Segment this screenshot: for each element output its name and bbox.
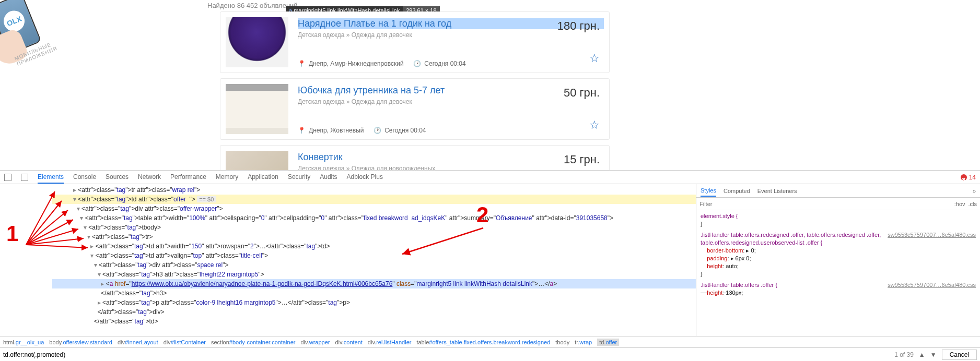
dom-line[interactable]: ▸ <attr">class="tag">p attr">class="colo… <box>52 298 696 307</box>
styles-tab[interactable]: Event Listeners <box>757 188 797 194</box>
devtools-tab[interactable]: Audits <box>320 171 337 184</box>
find-bar: 1 of 39 ▲ ▼ Cancel <box>0 347 980 361</box>
css-rules[interactable]: element.style {}sw9553c57597007…6e5af480… <box>696 210 980 336</box>
dom-line[interactable]: ▾ <attr">class="tag">td attr">valign="to… <box>52 251 696 260</box>
listing-meta: 📍Днепр, Амур-Нижнеднепровский 🕑Сегодня 0… <box>298 60 604 67</box>
styles-tab[interactable]: Computed <box>724 188 750 194</box>
styles-tabs: StylesComputedEvent Listeners» <box>696 184 980 198</box>
dom-line[interactable]: </attr">class="tag">td> <box>52 317 696 326</box>
device-toggle-icon[interactable] <box>21 174 28 181</box>
breadcrumb-item[interactable]: section#body-container.container <box>211 339 295 345</box>
devtools-tab[interactable]: Elements <box>38 171 64 184</box>
css-rule[interactable]: element.style {} <box>701 212 976 228</box>
cls-toggle[interactable]: .cls <box>969 201 977 207</box>
listing-card[interactable]: Юбочка для утренника на 5-7 лет Детская … <box>220 78 610 140</box>
listing-title-link[interactable]: Юбочка для утренника на 5-7 лет <box>298 85 604 96</box>
dom-line[interactable]: ▸ <attr">class="tag">td attr">width="150… <box>52 242 696 251</box>
pin-icon: 📍 <box>298 60 306 67</box>
breadcrumb-item[interactable]: html.gr__olx_ua <box>3 339 44 345</box>
breadcrumb-item[interactable]: div#innerLayout <box>118 339 158 345</box>
devtools-tab[interactable]: Sources <box>106 171 129 184</box>
listing-thumb[interactable] <box>226 17 288 67</box>
dom-line[interactable]: ▾ <attr">class="tag">tbody> <box>52 223 696 232</box>
find-prev-button[interactable]: ▲ <box>919 351 925 358</box>
clock-icon: 🕑 <box>413 60 421 67</box>
css-rule[interactable]: sw9553c57597007…6e5af480.css.listHandler… <box>701 281 976 297</box>
listing-category[interactable]: Детская одежда » Одежда для девочек <box>298 98 604 105</box>
listing-card[interactable]: Нарядное Платье на 1 годик на год Детска… <box>220 11 610 73</box>
dom-line[interactable]: ▾ <attr">class="tag">td attr">class="off… <box>52 195 696 204</box>
find-next-button[interactable]: ▼ <box>930 351 937 358</box>
breadcrumb-item[interactable]: td.offer <box>597 339 619 346</box>
favorite-star-icon[interactable]: ☆ <box>589 52 600 65</box>
listing-price: 50 грн. <box>564 86 600 100</box>
styles-filter-row: :hov .cls <box>696 198 980 210</box>
listing-meta: 📍Днепр, Жовтневый 🕑Сегодня 00:04 <box>298 127 604 134</box>
breadcrumb-item[interactable]: tbody <box>555 339 569 345</box>
find-count: 1 of 39 <box>894 351 914 358</box>
dom-line[interactable]: ▾ <attr">class="tag">table attr">width="… <box>52 213 696 223</box>
annotation-2: 2 <box>476 210 488 220</box>
mobile-app-promo[interactable]: МОБИЛЬНЫЕПРИЛОЖЕНИЯ <box>0 0 62 66</box>
find-input[interactable] <box>3 351 889 358</box>
dom-line[interactable]: ▸ <a href="https://www.olx.ua/obyavlenie… <box>52 279 696 288</box>
breadcrumb-item[interactable]: div#listContainer <box>164 339 206 345</box>
inspect-element-icon[interactable] <box>4 174 11 181</box>
breadcrumb-item[interactable]: div.rel.listHandler <box>368 339 412 345</box>
styles-pane: StylesComputedEvent Listeners» :hov .cls… <box>696 184 980 336</box>
devtools-tab[interactable]: Network <box>138 171 161 184</box>
devtools-tab[interactable]: Security <box>288 171 310 184</box>
dom-line[interactable]: ▾ <attr">class="tag">h3 attr">class="lhe… <box>52 270 696 279</box>
styles-filter-input[interactable] <box>699 201 951 207</box>
breadcrumb-item[interactable]: div.wrapper <box>300 339 330 345</box>
dom-line[interactable]: ▾ <attr">class="tag">tr> <box>52 232 696 242</box>
find-cancel-button[interactable]: Cancel <box>942 350 977 360</box>
breadcrumb-item[interactable]: table#offers_table.fixed.offers.breakwor… <box>416 339 550 345</box>
listing-price: 180 грн. <box>557 19 600 33</box>
devtools-tabs: ElementsConsoleSourcesNetworkPerformance… <box>0 171 980 184</box>
devtools-tab[interactable]: Adblock Plus <box>347 171 383 184</box>
svg-line-0 <box>26 191 55 245</box>
error-counter[interactable]: ✖14 <box>961 170 976 185</box>
hov-toggle[interactable]: :hov <box>954 201 965 207</box>
breadcrumb[interactable]: html.gr__olx_uabody.offersview.standardd… <box>0 336 980 347</box>
listing-price: 15 грн. <box>564 153 600 166</box>
listing-thumb[interactable] <box>226 84 288 134</box>
elements-tree[interactable]: 1 2 <box>0 184 696 336</box>
styles-tab[interactable]: Styles <box>701 185 716 197</box>
devtools-tab[interactable]: Performance <box>170 171 206 184</box>
styles-more-icon[interactable]: » <box>973 188 976 194</box>
css-rule[interactable]: sw9553c57597007…6e5af480.css.listHandler… <box>701 231 976 278</box>
breadcrumb-item[interactable]: body.offersview.standard <box>49 339 112 345</box>
dom-line[interactable]: ▾ <attr">class="tag">div attr">class="sp… <box>52 260 696 270</box>
devtools-tab[interactable]: Application <box>248 171 278 184</box>
clock-icon: 🕑 <box>374 127 381 134</box>
dom-line[interactable]: ▾ <attr">class="tag">div attr">class="of… <box>52 204 696 213</box>
devtools-tab[interactable]: Console <box>73 171 96 184</box>
breadcrumb-item[interactable]: div.content <box>335 339 362 345</box>
results-count: Найдено 86 452 объявлений <box>207 2 298 9</box>
dom-line[interactable]: </attr">class="tag">h3> <box>52 288 696 298</box>
dom-line[interactable]: </attr">class="tag">div> <box>52 307 696 317</box>
listing-title-link[interactable]: Конвертик <box>298 152 604 163</box>
annotation-1: 1 <box>6 229 18 238</box>
pin-icon: 📍 <box>298 127 306 134</box>
devtools-panel: ElementsConsoleSourcesNetworkPerformance… <box>0 170 980 361</box>
dom-line[interactable]: ▸ <attr">class="tag">tr attr">class="wra… <box>52 185 696 195</box>
favorite-star-icon[interactable]: ☆ <box>589 118 600 132</box>
breadcrumb-item[interactable]: tr.wrap <box>575 339 592 345</box>
devtools-tab[interactable]: Memory <box>216 171 238 184</box>
